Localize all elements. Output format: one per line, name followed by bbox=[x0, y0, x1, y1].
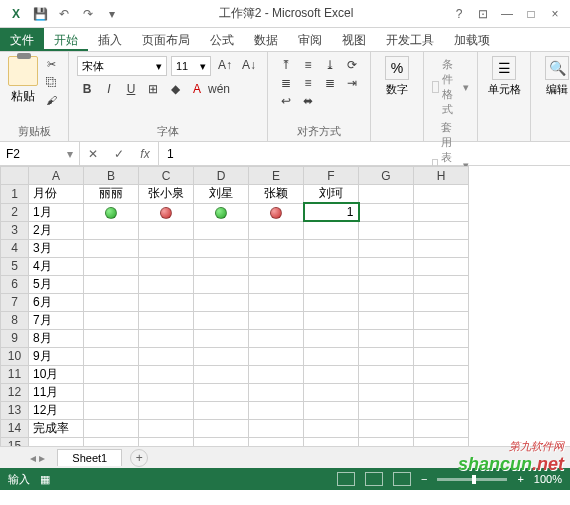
page-break-icon[interactable] bbox=[393, 472, 411, 486]
row-header[interactable]: 5 bbox=[1, 257, 29, 275]
merge-icon[interactable]: ⬌ bbox=[298, 92, 318, 110]
row-header[interactable]: 14 bbox=[1, 419, 29, 437]
cell[interactable] bbox=[84, 239, 139, 257]
cell[interactable] bbox=[139, 311, 194, 329]
undo-icon[interactable]: ↶ bbox=[54, 4, 74, 24]
tab-data[interactable]: 数据 bbox=[244, 28, 288, 51]
cell[interactable]: 月份 bbox=[29, 185, 84, 204]
cell[interactable] bbox=[414, 437, 469, 446]
row-header[interactable]: 6 bbox=[1, 275, 29, 293]
cell[interactable] bbox=[194, 257, 249, 275]
cell[interactable] bbox=[304, 437, 359, 446]
cell[interactable]: 11月 bbox=[29, 383, 84, 401]
cell[interactable] bbox=[304, 401, 359, 419]
formula-input[interactable]: 1 bbox=[159, 142, 570, 165]
cell[interactable] bbox=[194, 239, 249, 257]
sheet-nav[interactable]: ◂ ▸ bbox=[30, 451, 45, 465]
cell[interactable] bbox=[359, 203, 414, 221]
cell[interactable] bbox=[249, 275, 304, 293]
cell[interactable] bbox=[304, 311, 359, 329]
cell[interactable] bbox=[139, 401, 194, 419]
col-header[interactable]: D bbox=[194, 167, 249, 185]
cell[interactable] bbox=[29, 437, 84, 446]
cell[interactable]: 5月 bbox=[29, 275, 84, 293]
cell[interactable]: 张颖 bbox=[249, 185, 304, 204]
cell[interactable] bbox=[304, 221, 359, 239]
col-header[interactable]: H bbox=[414, 167, 469, 185]
cell[interactable] bbox=[414, 203, 469, 221]
row-header[interactable]: 13 bbox=[1, 401, 29, 419]
row-header[interactable]: 11 bbox=[1, 365, 29, 383]
qat-dropdown-icon[interactable]: ▾ bbox=[102, 4, 122, 24]
font-name-select[interactable]: 宋体▾ bbox=[77, 56, 167, 76]
cell[interactable] bbox=[359, 275, 414, 293]
tab-home[interactable]: 开始 bbox=[44, 28, 88, 51]
row-header[interactable]: 7 bbox=[1, 293, 29, 311]
zoom-in-icon[interactable]: + bbox=[517, 473, 523, 485]
minimize-icon[interactable]: — bbox=[498, 5, 516, 23]
cell[interactable]: 2月 bbox=[29, 221, 84, 239]
cells-button[interactable]: ☰ 单元格 bbox=[486, 56, 522, 97]
close-icon[interactable]: × bbox=[546, 5, 564, 23]
cell[interactable] bbox=[304, 239, 359, 257]
cell[interactable] bbox=[139, 365, 194, 383]
underline-icon[interactable]: U bbox=[121, 80, 141, 98]
align-left-icon[interactable]: ≣ bbox=[276, 74, 296, 92]
wrap-icon[interactable]: ↩ bbox=[276, 92, 296, 110]
tab-review[interactable]: 审阅 bbox=[288, 28, 332, 51]
redo-icon[interactable]: ↷ bbox=[78, 4, 98, 24]
tab-insert[interactable]: 插入 bbox=[88, 28, 132, 51]
cell[interactable] bbox=[194, 437, 249, 446]
cell[interactable] bbox=[194, 401, 249, 419]
row-header[interactable]: 1 bbox=[1, 185, 29, 204]
cell[interactable] bbox=[84, 221, 139, 239]
cell[interactable] bbox=[304, 293, 359, 311]
copy-icon[interactable]: ⿻ bbox=[42, 74, 60, 90]
cell[interactable] bbox=[194, 203, 249, 221]
bold-icon[interactable]: B bbox=[77, 80, 97, 98]
cell[interactable] bbox=[304, 383, 359, 401]
macro-icon[interactable]: ▦ bbox=[40, 473, 50, 486]
cell[interactable] bbox=[139, 221, 194, 239]
cell[interactable] bbox=[359, 221, 414, 239]
cell[interactable] bbox=[249, 221, 304, 239]
enter-icon[interactable]: ✓ bbox=[106, 142, 132, 165]
cell[interactable] bbox=[359, 311, 414, 329]
cell[interactable] bbox=[249, 347, 304, 365]
phonetic-icon[interactable]: wén bbox=[209, 80, 229, 98]
cell[interactable]: 7月 bbox=[29, 311, 84, 329]
cell[interactable] bbox=[249, 383, 304, 401]
worksheet-grid[interactable]: ABCDEFGH 1月份丽丽张小泉刘星张颖刘珂21月132月43月54月65月7… bbox=[0, 166, 469, 446]
cell[interactable] bbox=[359, 383, 414, 401]
cell[interactable] bbox=[139, 383, 194, 401]
cell[interactable] bbox=[414, 383, 469, 401]
add-sheet-button[interactable]: + bbox=[130, 449, 148, 467]
cell[interactable] bbox=[249, 365, 304, 383]
cell[interactable]: 4月 bbox=[29, 257, 84, 275]
cell[interactable] bbox=[304, 329, 359, 347]
paste-button[interactable]: 粘贴 bbox=[8, 56, 38, 105]
align-bot-icon[interactable]: ⤓ bbox=[320, 56, 340, 74]
cell[interactable] bbox=[249, 437, 304, 446]
col-header[interactable]: G bbox=[359, 167, 414, 185]
cell[interactable] bbox=[194, 311, 249, 329]
align-right-icon[interactable]: ≣ bbox=[320, 74, 340, 92]
cell[interactable] bbox=[414, 293, 469, 311]
cell[interactable] bbox=[304, 275, 359, 293]
font-color-icon[interactable]: A bbox=[187, 80, 207, 98]
cell[interactable] bbox=[84, 329, 139, 347]
cell[interactable] bbox=[84, 347, 139, 365]
increase-size-icon[interactable]: A↑ bbox=[215, 56, 235, 74]
cell[interactable]: 6月 bbox=[29, 293, 84, 311]
row-header[interactable]: 4 bbox=[1, 239, 29, 257]
row-header[interactable]: 12 bbox=[1, 383, 29, 401]
cell[interactable] bbox=[84, 365, 139, 383]
zoom-value[interactable]: 100% bbox=[534, 473, 562, 485]
col-header[interactable]: C bbox=[139, 167, 194, 185]
cell[interactable] bbox=[249, 401, 304, 419]
cell[interactable]: 张小泉 bbox=[139, 185, 194, 204]
cell[interactable] bbox=[414, 419, 469, 437]
editing-button[interactable]: 🔍 编辑 bbox=[539, 56, 570, 97]
number-format-button[interactable]: % 数字 bbox=[379, 56, 415, 97]
cell[interactable] bbox=[84, 293, 139, 311]
